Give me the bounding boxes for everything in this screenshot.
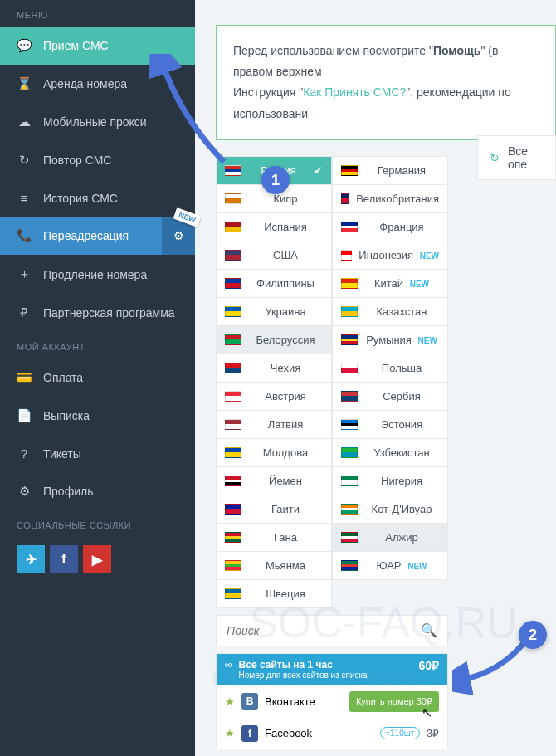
menu-icon: ≡ xyxy=(17,191,32,205)
flag-icon xyxy=(341,165,358,176)
search-input[interactable] xyxy=(227,624,421,637)
country-cell[interactable]: ЮАР NEW xyxy=(332,551,448,580)
country-name: Польша xyxy=(364,362,439,374)
country-cell[interactable]: Эстония xyxy=(332,410,448,439)
check-icon: ✔ xyxy=(314,164,323,177)
country-cell[interactable]: Чехия xyxy=(216,354,332,383)
country-cell[interactable]: Молдова xyxy=(216,438,332,467)
offer-header[interactable]: ∞ Все сайты на 1 час Номер для всех сайт… xyxy=(217,654,447,685)
country-cell[interactable]: Румыния NEW xyxy=(332,325,448,354)
search-box[interactable]: 🔍 xyxy=(216,615,448,646)
country-cell[interactable]: Мьянма xyxy=(216,551,332,580)
country-cell[interactable]: Сербия xyxy=(332,382,448,411)
country-cell[interactable]: Кот-Д'Ивуар xyxy=(332,495,448,524)
sidebar-menu-item[interactable]: ↻Повтор СМС xyxy=(0,141,195,179)
flag-icon xyxy=(225,588,241,599)
country-cell[interactable]: Франция xyxy=(332,212,448,241)
country-cell[interactable]: Австрия xyxy=(216,382,332,411)
country-cell[interactable]: Казахстан xyxy=(332,297,448,326)
country-cell[interactable]: Испания xyxy=(216,212,332,241)
facebook-icon[interactable]: f xyxy=(50,545,78,573)
country-cell[interactable]: Германия xyxy=(332,156,448,185)
country-cell[interactable]: Алжир xyxy=(332,523,448,552)
menu-label: Прием СМС xyxy=(43,39,109,52)
sidebar-account-item[interactable]: 💳Оплата xyxy=(0,358,195,397)
offer-subtitle: Номер для всех сайтов из списка xyxy=(239,671,368,680)
country-cell[interactable]: Филиппины xyxy=(216,269,332,298)
country-cell[interactable]: Белоруссия xyxy=(216,325,332,354)
country-name: Гана xyxy=(248,531,323,544)
all-operations-button[interactable]: ↻ Все опе xyxy=(477,135,556,180)
country-cell[interactable]: Латвия xyxy=(216,410,332,439)
country-name: Казахстан xyxy=(364,305,439,318)
help-link[interactable]: Как Принять СМС? xyxy=(303,85,406,99)
sidebar-menu-item[interactable]: ₽Партнерская программа xyxy=(0,294,195,332)
menu-icon: 📄 xyxy=(17,408,32,423)
refresh-icon: ↻ xyxy=(490,151,500,164)
service-icon: В xyxy=(241,693,258,710)
ops-label: Все опе xyxy=(508,144,544,171)
flag-icon xyxy=(225,532,241,543)
country-name: Индонезия NEW xyxy=(358,249,439,261)
menu-label: История СМС xyxy=(43,192,118,205)
service-name: Вконтакте xyxy=(265,695,343,708)
service-row[interactable]: ★fFacebook≈110шт 3₽ xyxy=(217,719,447,749)
country-name: Румыния NEW xyxy=(364,334,439,346)
flag-icon xyxy=(341,419,358,430)
buy-button[interactable]: Купить номер 30₽↖ xyxy=(349,691,439,712)
menu-icon: ⚙ xyxy=(17,484,32,499)
search-icon[interactable]: 🔍 xyxy=(421,622,437,638)
star-icon[interactable]: ★ xyxy=(225,727,235,739)
telegram-icon[interactable]: ✈ xyxy=(17,545,45,573)
country-cell[interactable]: Гаити xyxy=(216,495,332,524)
country-cell[interactable]: Великобритания xyxy=(332,184,448,213)
sidebar-menu-item[interactable]: 💬Прием СМС xyxy=(0,27,195,65)
country-cell[interactable]: Китай NEW xyxy=(332,269,448,298)
country-cell[interactable]: Швеция xyxy=(216,579,332,608)
star-icon[interactable]: ★ xyxy=(225,695,235,708)
country-cell[interactable]: Йемен xyxy=(216,466,332,495)
country-name: Китай NEW xyxy=(364,277,439,290)
sidebar-menu-item[interactable]: ⌛Аренда номера xyxy=(0,65,195,103)
flag-icon xyxy=(225,306,241,317)
sidebar-menu-item[interactable]: ＋Продление номера xyxy=(0,255,195,294)
sidebar-account-item[interactable]: ?Тикеты xyxy=(0,435,195,472)
country-cell[interactable]: Польша xyxy=(332,354,448,383)
country-name: Йемен xyxy=(248,475,323,487)
country-name: Филиппины xyxy=(248,277,323,290)
sidebar-account-item[interactable]: ⚙Профиль xyxy=(0,472,195,510)
account-header: МОЙ АККАУНТ xyxy=(0,332,195,358)
country-cell[interactable]: Узбекистан xyxy=(332,438,448,467)
menu-label: Выписка xyxy=(43,409,90,422)
service-row[interactable]: ★ВВконтактеКупить номер 30₽↖ xyxy=(217,685,447,719)
country-cell[interactable]: Украина xyxy=(216,297,332,326)
flag-icon xyxy=(225,193,241,204)
menu-icon: ? xyxy=(17,446,32,461)
flag-icon xyxy=(341,391,358,402)
country-name: Кот-Д'Ивуар xyxy=(364,503,439,515)
offer-widget: ∞ Все сайты на 1 час Номер для всех сайт… xyxy=(216,653,448,749)
country-cell[interactable]: Гана xyxy=(216,523,332,552)
flag-icon xyxy=(225,278,241,289)
menu-icon: ⌛ xyxy=(17,76,32,91)
sidebar-menu-item[interactable]: ☁Мобильные прокси xyxy=(0,103,195,141)
youtube-icon[interactable]: ▶ xyxy=(83,545,111,573)
sidebar-menu-item[interactable]: ≡История СМС xyxy=(0,179,195,217)
service-name: Facebook xyxy=(265,727,373,739)
menu-label: Оплата xyxy=(43,371,83,384)
social-header: СОЦИАЛЬНЫЕ ССЫЛКИ xyxy=(0,510,195,537)
flag-icon xyxy=(225,250,241,261)
offer-price: 60₽ xyxy=(418,659,439,672)
country-cell[interactable]: Нигерия xyxy=(332,466,448,495)
country-name: Молдова xyxy=(248,446,323,459)
annotation-badge-1: 1 xyxy=(261,166,290,194)
country-name: Узбекистан xyxy=(364,446,439,459)
country-name: Великобритания xyxy=(356,193,439,205)
sidebar-menu-item[interactable]: 📞Переадресация⚙NEW xyxy=(0,217,195,255)
country-name: Австрия xyxy=(248,390,323,402)
sidebar-account-item[interactable]: 📄Выписка xyxy=(0,397,195,435)
country-cell[interactable]: США xyxy=(216,241,332,270)
flag-icon xyxy=(225,504,241,515)
country-cell[interactable]: Индонезия NEW xyxy=(332,241,448,270)
menu-icon: ＋ xyxy=(17,266,32,282)
